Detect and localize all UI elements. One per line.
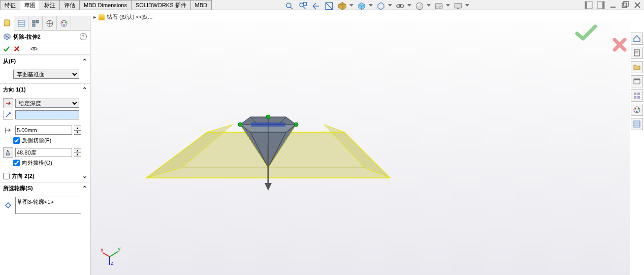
reject-feature-icon[interactable] [613,38,627,52]
tab-feature[interactable]: 特征 [0,0,20,10]
file-explorer-icon[interactable] [631,75,643,87]
contour-list[interactable]: 草图3-轮廓<1> [15,197,81,214]
dropdown-arrow-icon[interactable] [349,4,353,8]
minimize-icon[interactable] [608,1,618,9]
svg-rect-70 [634,93,636,95]
svg-rect-73 [637,96,640,99]
direction2-enable-checkbox[interactable] [3,173,10,179]
tab-mbd[interactable]: MBD [190,0,212,10]
3d-viewport[interactable]: x y z [90,20,630,275]
config-manager-tab[interactable] [28,16,43,30]
panel-collapse-left-icon[interactable] [584,1,593,9]
ok-button[interactable] [3,45,10,52]
chevron-right-icon: ▸ [93,14,96,20]
dimxpert-tab[interactable] [43,16,57,30]
tab-sketch[interactable]: 草图 [20,0,40,10]
depth-spinner[interactable]: ▲▼ [74,126,81,135]
detailed-preview-icon[interactable] [30,45,38,52]
svg-text:y: y [118,246,121,252]
help-icon[interactable]: ? [80,33,87,40]
svg-rect-72 [634,96,636,99]
appearances-tab[interactable] [57,16,71,30]
cut-extrude-icon [3,33,11,41]
dropdown-arrow-icon[interactable] [388,4,392,8]
svg-point-77 [636,111,638,112]
draft-angle-input[interactable] [15,148,72,157]
view-palette-icon[interactable] [631,89,643,102]
svg-point-6 [416,3,423,10]
end-condition-select[interactable]: 给定深度 [15,99,79,108]
dropdown-arrow-icon[interactable] [369,4,373,8]
contours-section-header[interactable]: 所选轮廓(S) ⌃ [0,182,90,194]
svg-point-76 [638,108,639,110]
svg-line-61 [110,252,118,257]
draft-spinner[interactable]: ▲▼ [74,148,81,157]
flip-side-checkbox[interactable] [13,137,20,144]
close-icon[interactable] [633,1,642,9]
direction2-section-header[interactable]: 方向 2(2) ⌄ [0,170,90,182]
view-toolbar [284,0,469,12]
cancel-button[interactable] [13,45,20,52]
render-icon[interactable] [453,1,463,11]
svg-rect-8 [435,4,442,9]
svg-marker-58 [265,183,272,191]
view-triad-icon[interactable]: x y z [101,246,121,266]
depth-input[interactable] [15,126,72,135]
zoom-area-icon[interactable] [298,1,308,11]
svg-point-31 [61,22,63,23]
svg-point-2 [300,3,304,7]
tab-sw-addins[interactable]: SOLIDWORKS 插件 [131,0,191,10]
from-plane-select[interactable]: 草图基准面 [13,70,79,79]
chevron-up-icon: ⌃ [82,86,87,93]
dropdown-arrow-icon[interactable] [407,4,411,8]
draft-outward-checkbox[interactable] [13,160,20,166]
view-orientation-icon[interactable] [337,1,347,11]
direction-vector-field[interactable] [15,110,79,119]
part-icon [99,14,105,20]
maximize-icon[interactable] [621,1,630,9]
svg-rect-18 [624,2,628,6]
previous-view-icon[interactable] [311,1,321,11]
tab-mbd-dimensions[interactable]: MBD Dimensions [79,0,132,10]
svg-rect-24 [33,20,35,23]
draft-outward-label: 向外拔模(O) [22,159,52,167]
scene-icon[interactable] [434,1,444,11]
svg-rect-17 [622,3,627,8]
svg-rect-3 [304,3,307,6]
chevron-up-icon: ⌃ [82,58,87,65]
property-manager-panel: 切除-拉伸2 ? 从(F) ⌃ 草图基准面 方向 1(1) ⌃ 给定深度 [0,16,90,275]
dropdown-arrow-icon[interactable] [446,4,450,8]
appearances-scenes-icon[interactable] [631,104,643,116]
svg-text:x: x [101,247,104,253]
dropdown-arrow-icon[interactable] [465,4,469,8]
display-style-icon[interactable] [357,1,367,11]
tab-annotate[interactable]: 标注 [40,0,60,10]
home-icon[interactable] [631,33,643,45]
reverse-direction-button[interactable] [3,98,13,108]
feature-manager-tab[interactable] [0,16,14,30]
resources-icon[interactable] [631,47,643,59]
from-section-header[interactable]: 从(F) ⌃ [0,55,90,67]
design-library-icon[interactable] [631,61,643,73]
svg-point-36 [33,48,35,50]
direction1-section-header[interactable]: 方向 1(1) ⌃ [0,83,90,96]
eye-icon[interactable] [395,1,405,11]
breadcrumb[interactable]: ▸ 钻石 (默认) <<默... [93,13,152,21]
dropdown-arrow-icon[interactable] [427,4,431,8]
hide-show-icon[interactable] [376,1,386,11]
direction-vector-button[interactable] [3,110,13,120]
property-manager-tab[interactable] [14,16,28,30]
draft-on-button[interactable] [3,147,13,158]
svg-point-5 [399,5,402,8]
feature-title: 切除-拉伸2 [13,33,80,41]
confirm-feature-icon[interactable] [575,23,597,42]
svg-rect-56 [251,123,285,127]
svg-rect-13 [585,2,587,9]
depth-icon [3,125,13,135]
tab-evaluate[interactable]: 评估 [59,0,80,10]
zoom-fit-icon[interactable] [284,1,295,11]
appearance-icon[interactable] [414,1,425,11]
panel-collapse-right-icon[interactable] [596,1,605,9]
custom-properties-icon[interactable] [631,118,643,130]
section-view-icon[interactable] [324,1,334,11]
